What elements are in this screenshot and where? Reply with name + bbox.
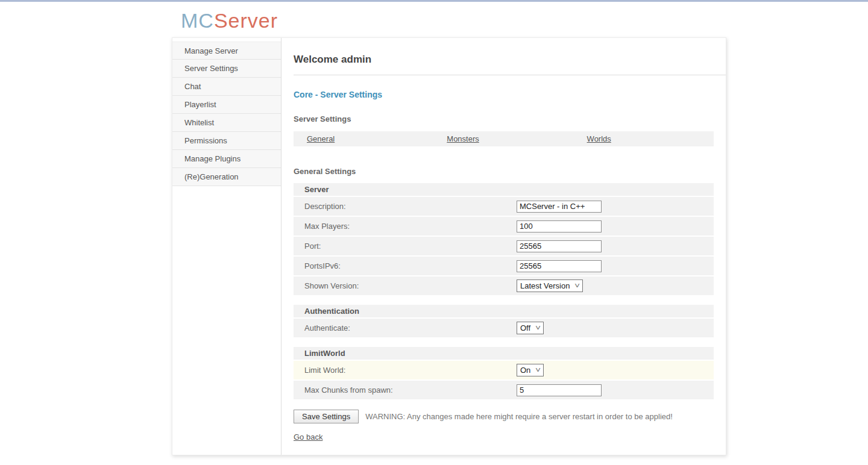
group-header-authentication: Authentication (294, 305, 714, 317)
group-header-limitworld: LimitWorld (294, 347, 714, 360)
tab-cell-general: General (294, 134, 433, 143)
form-row-portsipv6: PortsIPv6: (294, 257, 714, 275)
form-row-shown-version: Shown Version:Latest Version˅ (294, 276, 714, 295)
group-limitworld: LimitWorldLimit World:On˅Max Chunks from… (294, 347, 714, 399)
sidebar-item-server-settings[interactable]: Server Settings (172, 60, 281, 78)
chevron-down-icon: ˅ (535, 367, 541, 373)
go-back-link[interactable]: Go back (294, 432, 322, 442)
content-area: Welcome admin Core - Server Settings Ser… (281, 38, 726, 455)
group-server: ServerDescription:Max Players:Port:Ports… (294, 183, 714, 295)
port-input[interactable] (517, 240, 602, 252)
form-title: General Settings (294, 167, 714, 176)
field-label: Description: (304, 202, 517, 211)
page-title: Core - Server Settings (294, 90, 714, 99)
tab-cell-monsters: Monsters (433, 134, 573, 143)
shown-version-select[interactable]: Latest Version˅ (517, 279, 583, 292)
main-panel: Manage ServerServer SettingsChatPlayerli… (172, 37, 726, 455)
form-row-description: Description: (294, 197, 714, 216)
group-header-server: Server (294, 183, 714, 196)
field-label: Port: (304, 242, 517, 251)
save-row: Save Settings WARNING: Any changes made … (294, 410, 714, 423)
sidebar-item-permissions[interactable]: Permissions (172, 132, 281, 150)
chevron-down-icon: ˅ (535, 325, 541, 331)
settings-form: ServerDescription:Max Players:Port:Ports… (294, 183, 714, 399)
field-label: Authenticate: (304, 323, 517, 332)
chevron-down-icon: ˅ (574, 283, 580, 289)
logo-text-mc: MC (181, 9, 214, 32)
section-title: Server Settings (294, 114, 714, 123)
save-settings-button[interactable]: Save Settings (294, 410, 359, 423)
authenticate-select[interactable]: Off˅ (517, 322, 544, 334)
restart-warning-text: WARNING: Any changes made here might req… (365, 412, 673, 421)
top-accent-bar (0, 0, 868, 2)
field-label: Limit World: (304, 366, 517, 375)
select-value: Off (520, 323, 530, 332)
settings-tab-bar: GeneralMonstersWorlds (294, 131, 714, 146)
max-players-input[interactable] (517, 220, 602, 232)
field-label: PortsIPv6: (304, 261, 517, 270)
sidebar-item-playerlist[interactable]: Playerlist (172, 96, 281, 114)
field-label: Max Chunks from spawn: (304, 385, 517, 395)
sidebar-item-whitelist[interactable]: Whitelist (172, 114, 281, 132)
sidebar-item-manage-server[interactable]: Manage Server (172, 42, 281, 60)
form-row-max-chunks-from-spawn: Max Chunks from spawn: (294, 381, 714, 399)
select-value: On (520, 366, 530, 375)
form-row-max-players: Max Players: (294, 217, 714, 236)
app-logo: MCServer (181, 9, 868, 32)
tab-monsters[interactable]: Monsters (447, 134, 479, 143)
description-input[interactable] (517, 201, 602, 213)
form-row-limit-world: Limit World:On˅ (294, 361, 714, 379)
field-label: Shown Version: (304, 281, 517, 290)
logo-text-server: Server (214, 9, 278, 32)
limit-world-select[interactable]: On˅ (517, 364, 544, 376)
field-label: Max Players: (304, 222, 517, 231)
sidebar-item-manage-plugins[interactable]: Manage Plugins (172, 150, 281, 168)
welcome-heading: Welcome admin (294, 38, 726, 75)
tab-general[interactable]: General (307, 134, 335, 143)
sidebar-item-re-generation[interactable]: (Re)Generation (172, 168, 281, 186)
tab-worlds[interactable]: Worlds (587, 134, 611, 143)
max-chunks-from-spawn-input[interactable] (517, 384, 602, 396)
group-authentication: AuthenticationAuthenticate:Off˅ (294, 305, 714, 337)
form-row-port: Port: (294, 237, 714, 255)
sidebar-item-chat[interactable]: Chat (172, 78, 281, 96)
tab-cell-worlds: Worlds (574, 134, 714, 143)
sidebar-nav: Manage ServerServer SettingsChatPlayerli… (172, 38, 281, 455)
form-row-authenticate: Authenticate:Off˅ (294, 319, 714, 337)
portsipv6-input[interactable] (517, 260, 602, 272)
select-value: Latest Version (520, 281, 570, 290)
